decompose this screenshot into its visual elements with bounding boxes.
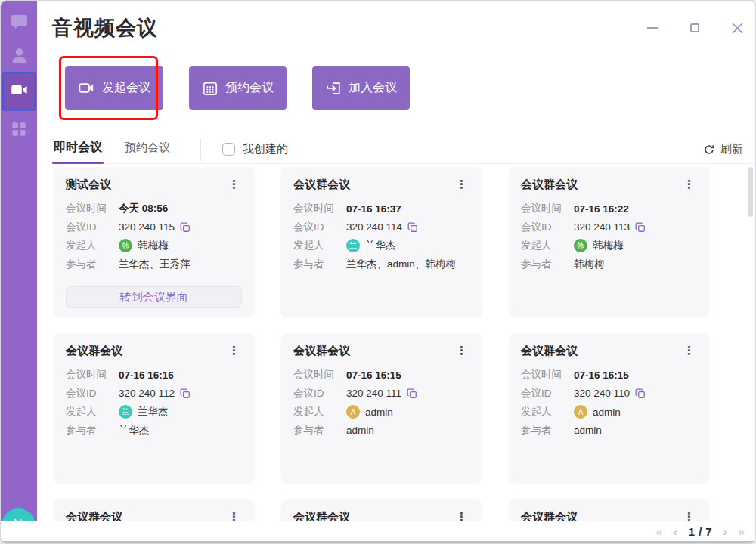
- copy-id-button[interactable]: [407, 388, 417, 399]
- sidebar-item-meetings[interactable]: [2, 72, 36, 111]
- organizer-name: 兰华杰: [138, 405, 169, 419]
- organizer-avatar-text: A: [351, 408, 356, 416]
- participants-label: 参与者: [66, 424, 119, 437]
- meeting-id-value: 320 240 112: [119, 388, 175, 399]
- participants-value: 兰华杰: [119, 424, 150, 437]
- participants-label: 参与者: [66, 258, 119, 271]
- video-camera-icon: [78, 79, 95, 97]
- more-icon[interactable]: ⋮: [226, 344, 242, 357]
- refresh-button[interactable]: 刷新: [703, 142, 743, 156]
- more-icon[interactable]: ⋮: [454, 344, 469, 357]
- organizer-avatar-text: 韩: [122, 240, 129, 251]
- more-icon[interactable]: ⋮: [681, 178, 697, 191]
- person-icon: [9, 45, 29, 69]
- organizer-avatar-text: A: [578, 408, 584, 416]
- organizer-avatar: 兰: [346, 239, 360, 252]
- meeting-title: 会议群会议: [293, 510, 350, 521]
- divider: [200, 138, 201, 161]
- refresh-icon: [703, 144, 715, 156]
- close-button[interactable]: [731, 22, 743, 34]
- meeting-title: 会议群会议: [293, 344, 350, 358]
- meeting-card: 会议群会议 ⋮ 会议时间 07-16 16:37 会议ID 320 240 11…: [281, 167, 482, 317]
- meeting-time-value: 今天 08:56: [119, 202, 168, 215]
- organizer-label: 发起人: [521, 239, 574, 252]
- organizer-label: 发起人: [293, 239, 346, 252]
- page-separator: /: [699, 525, 702, 538]
- organizer-avatar: A: [346, 405, 360, 419]
- start-meeting-button[interactable]: 发起会议: [65, 66, 163, 110]
- created-by-me-checkbox[interactable]: [222, 143, 235, 156]
- join-meeting-button[interactable]: 加入会议: [312, 66, 410, 110]
- more-icon[interactable]: ⋮: [454, 178, 469, 191]
- minimize-button[interactable]: [646, 22, 658, 34]
- app-window: 兰 音视频会议 发起会议 预约会议 加入会议 即时会议 预约会议: [0, 0, 756, 544]
- meeting-id-label: 会议ID: [66, 387, 119, 400]
- meeting-card: 会议群会议 ⋮ 会议时间 07-16 16:15 会议ID 320 240 11…: [281, 333, 482, 483]
- more-icon[interactable]: ⋮: [226, 510, 242, 521]
- created-by-me-label: 我创建的: [243, 142, 288, 156]
- grid-icon: [9, 119, 29, 142]
- organizer-avatar: A: [574, 405, 587, 419]
- sidebar: 兰: [1, 1, 37, 542]
- organizer-label: 发起人: [521, 405, 574, 419]
- participants-value: 兰华杰、王秀萍: [119, 258, 191, 271]
- organizer-avatar: 兰: [119, 405, 132, 419]
- meeting-card: 测试会议 ⋮ 会议时间 今天 08:56 会议ID 320 240 115 发起…: [54, 167, 254, 317]
- goto-meeting-button[interactable]: 转到会议界面: [66, 286, 242, 308]
- start-meeting-label: 发起会议: [102, 80, 150, 96]
- meeting-id-value: 320 240 113: [574, 221, 630, 233]
- organizer-label: 发起人: [66, 405, 119, 419]
- tab-instant-meetings[interactable]: 即时会议: [52, 138, 104, 160]
- copy-id-button[interactable]: [407, 222, 418, 233]
- organizer-avatar-text: 兰: [349, 240, 357, 251]
- copy-id-button[interactable]: [635, 222, 646, 233]
- organizer-avatar: 韩: [119, 239, 132, 252]
- more-icon[interactable]: ⋮: [681, 510, 697, 521]
- participants-label: 参与者: [293, 258, 346, 271]
- participants-label: 参与者: [521, 258, 574, 271]
- copy-icon: [407, 222, 418, 233]
- meeting-time-label: 会议时间: [521, 368, 574, 382]
- meeting-title: 会议群会议: [521, 510, 578, 521]
- schedule-meeting-button[interactable]: 预约会议: [189, 66, 287, 110]
- meeting-id-value: 320 240 111: [346, 388, 401, 399]
- sidebar-item-chat[interactable]: [1, 7, 37, 40]
- more-icon[interactable]: ⋮: [226, 178, 242, 191]
- more-icon[interactable]: ⋮: [454, 510, 469, 521]
- tabs-row: 即时会议 预约会议 我创建的 刷新: [52, 135, 755, 164]
- maximize-button[interactable]: [689, 22, 701, 34]
- organizer-name: admin: [593, 406, 621, 418]
- meeting-title: 会议群会议: [521, 178, 578, 192]
- pagination: « ‹ 1 / 7 › »: [1, 521, 755, 542]
- sidebar-item-apps[interactable]: [1, 114, 37, 147]
- first-page-button[interactable]: «: [655, 525, 662, 538]
- meeting-id-label: 会议ID: [293, 387, 346, 400]
- refresh-label: 刷新: [720, 142, 743, 156]
- more-icon[interactable]: ⋮: [681, 344, 697, 357]
- meeting-time-value: 07-16 16:37: [346, 203, 401, 215]
- participants-value: admin: [346, 425, 374, 436]
- sidebar-item-contacts[interactable]: [1, 40, 37, 73]
- copy-icon: [180, 388, 191, 399]
- tab-scheduled-meetings[interactable]: 预约会议: [123, 139, 172, 159]
- meeting-title: 会议群会议: [293, 178, 350, 192]
- copy-id-button[interactable]: [635, 388, 646, 399]
- meeting-id-label: 会议ID: [66, 221, 119, 234]
- organizer-name: 韩梅梅: [593, 239, 624, 252]
- meeting-time-label: 会议时间: [66, 368, 119, 382]
- meeting-time-label: 会议时间: [293, 202, 346, 215]
- meeting-time-value: 07-16 16:22: [574, 203, 629, 215]
- video-camera-icon: [9, 80, 29, 103]
- organizer-label: 发起人: [293, 405, 346, 419]
- last-page-button[interactable]: »: [739, 525, 745, 538]
- meeting-id-value: 320 240 115: [119, 221, 175, 233]
- minimize-icon: [647, 27, 658, 29]
- actions-row: 发起会议 预约会议 加入会议: [65, 66, 410, 110]
- copy-id-button[interactable]: [180, 222, 191, 233]
- copy-id-button[interactable]: [180, 388, 191, 399]
- prev-page-button[interactable]: ‹: [674, 525, 677, 538]
- next-page-button[interactable]: ›: [723, 525, 727, 538]
- copy-icon: [635, 222, 646, 233]
- scrollbar-thumb[interactable]: [748, 167, 753, 217]
- copy-icon: [635, 388, 646, 399]
